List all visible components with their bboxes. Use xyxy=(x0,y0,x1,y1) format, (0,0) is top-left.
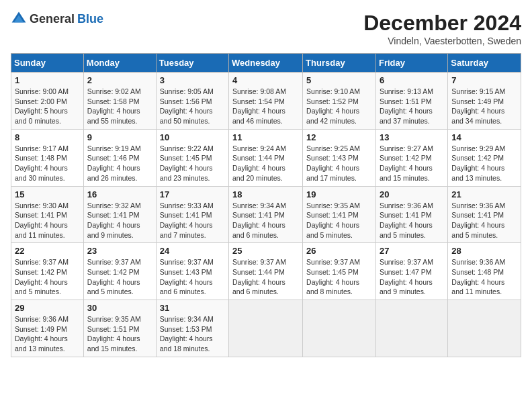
day-sunset: Sunset: 1:44 PM xyxy=(232,154,285,162)
week-row-3: 15 Sunrise: 9:30 AM Sunset: 1:41 PM Dayl… xyxy=(11,186,521,243)
day-sunrise: Sunrise: 9:29 AM xyxy=(451,144,505,152)
calendar-cell: 10 Sunrise: 9:22 AM Sunset: 1:45 PM Dayl… xyxy=(156,129,228,186)
day-number: 24 xyxy=(160,246,225,256)
day-daylight: Daylight: 4 hours and 9 minutes. xyxy=(87,221,140,239)
col-friday: Friday xyxy=(375,54,447,73)
day-number: 29 xyxy=(15,303,80,313)
day-sunset: Sunset: 1:41 PM xyxy=(451,211,504,219)
col-thursday: Thursday xyxy=(303,54,376,73)
week-row-1: 1 Sunrise: 9:00 AM Sunset: 2:00 PM Dayli… xyxy=(11,73,521,130)
calendar-cell: 18 Sunrise: 9:34 AM Sunset: 1:41 PM Dayl… xyxy=(229,186,303,243)
day-sunrise: Sunrise: 9:25 AM xyxy=(306,144,360,152)
week-row-2: 8 Sunrise: 9:17 AM Sunset: 1:48 PM Dayli… xyxy=(11,129,521,186)
day-sunset: Sunset: 1:49 PM xyxy=(15,325,67,333)
day-number: 31 xyxy=(160,303,225,313)
logo-general: General xyxy=(30,12,75,26)
logo: General Blue xyxy=(11,11,103,27)
day-daylight: Daylight: 4 hours and 34 minutes. xyxy=(451,107,504,125)
day-sunrise: Sunrise: 9:35 AM xyxy=(87,315,141,323)
logo-icon xyxy=(11,11,27,27)
calendar-cell: 7 Sunrise: 9:15 AM Sunset: 1:49 PM Dayli… xyxy=(448,73,521,130)
day-sunrise: Sunrise: 9:34 AM xyxy=(232,201,286,210)
day-sunset: Sunset: 1:47 PM xyxy=(380,268,432,276)
day-daylight: Daylight: 4 hours and 6 minutes. xyxy=(232,278,285,296)
day-sunset: Sunset: 1:48 PM xyxy=(15,154,67,162)
calendar-cell: 16 Sunrise: 9:32 AM Sunset: 1:41 PM Dayl… xyxy=(83,186,156,243)
calendar-cell: 3 Sunrise: 9:05 AM Sunset: 1:56 PM Dayli… xyxy=(156,73,228,130)
day-daylight: Daylight: 5 hours and 0 minutes. xyxy=(15,107,68,125)
day-sunset: Sunset: 1:45 PM xyxy=(160,154,212,162)
calendar-cell: 4 Sunrise: 9:08 AM Sunset: 1:54 PM Dayli… xyxy=(229,73,303,130)
day-sunset: Sunset: 1:42 PM xyxy=(15,268,67,276)
calendar-cell: 15 Sunrise: 9:30 AM Sunset: 1:41 PM Dayl… xyxy=(11,186,84,243)
day-number: 16 xyxy=(87,189,152,199)
day-daylight: Daylight: 4 hours and 37 minutes. xyxy=(380,107,433,125)
day-sunrise: Sunrise: 9:36 AM xyxy=(451,258,505,266)
day-sunrise: Sunrise: 9:36 AM xyxy=(451,201,505,210)
calendar-cell: 28 Sunrise: 9:36 AM Sunset: 1:48 PM Dayl… xyxy=(448,243,521,300)
day-number: 14 xyxy=(451,132,517,142)
day-sunrise: Sunrise: 9:37 AM xyxy=(306,258,360,266)
day-sunset: Sunset: 1:43 PM xyxy=(160,268,212,276)
calendar-cell: 24 Sunrise: 9:37 AM Sunset: 1:43 PM Dayl… xyxy=(156,243,228,300)
day-daylight: Daylight: 4 hours and 7 minutes. xyxy=(160,221,213,239)
day-number: 22 xyxy=(15,246,80,256)
day-number: 13 xyxy=(380,132,444,142)
day-sunrise: Sunrise: 9:24 AM xyxy=(232,144,286,152)
day-daylight: Daylight: 4 hours and 13 minutes. xyxy=(15,334,68,353)
day-sunrise: Sunrise: 9:37 AM xyxy=(380,258,433,266)
day-sunrise: Sunrise: 9:00 AM xyxy=(15,87,69,95)
day-daylight: Daylight: 4 hours and 5 minutes. xyxy=(306,221,359,239)
day-sunrise: Sunrise: 9:37 AM xyxy=(160,258,214,266)
day-daylight: Daylight: 4 hours and 23 minutes. xyxy=(160,164,213,182)
day-sunset: Sunset: 1:48 PM xyxy=(451,268,504,276)
day-sunset: Sunset: 1:41 PM xyxy=(160,211,212,219)
day-sunrise: Sunrise: 9:27 AM xyxy=(380,144,433,152)
day-sunrise: Sunrise: 9:10 AM xyxy=(306,87,360,95)
day-sunrise: Sunrise: 9:35 AM xyxy=(306,201,360,210)
day-sunset: Sunset: 1:44 PM xyxy=(232,268,285,276)
calendar-cell: 22 Sunrise: 9:37 AM Sunset: 1:42 PM Dayl… xyxy=(11,243,84,300)
day-sunrise: Sunrise: 9:05 AM xyxy=(160,87,214,95)
calendar-cell xyxy=(448,300,521,357)
title-block: December 2024 Vindeln, Vaesterbotten, Sw… xyxy=(363,11,521,46)
col-saturday: Saturday xyxy=(448,54,521,73)
day-number: 10 xyxy=(160,132,225,142)
col-sunday: Sunday xyxy=(11,54,84,73)
day-daylight: Daylight: 4 hours and 6 minutes. xyxy=(232,221,285,239)
calendar-cell: 31 Sunrise: 9:34 AM Sunset: 1:53 PM Dayl… xyxy=(156,300,228,357)
day-number: 21 xyxy=(451,189,517,199)
day-sunrise: Sunrise: 9:17 AM xyxy=(15,144,69,152)
day-sunrise: Sunrise: 9:19 AM xyxy=(87,144,141,152)
day-sunrise: Sunrise: 9:22 AM xyxy=(160,144,214,152)
day-daylight: Daylight: 4 hours and 9 minutes. xyxy=(380,278,433,296)
calendar-cell: 17 Sunrise: 9:33 AM Sunset: 1:41 PM Dayl… xyxy=(156,186,228,243)
day-sunrise: Sunrise: 9:15 AM xyxy=(451,87,505,95)
day-sunrise: Sunrise: 9:32 AM xyxy=(87,201,141,210)
day-sunrise: Sunrise: 9:37 AM xyxy=(232,258,286,266)
day-number: 25 xyxy=(232,246,299,256)
calendar-table: Sunday Monday Tuesday Wednesday Thursday… xyxy=(11,53,521,357)
day-sunset: Sunset: 1:45 PM xyxy=(306,268,359,276)
day-sunrise: Sunrise: 9:02 AM xyxy=(87,87,141,95)
day-sunrise: Sunrise: 9:30 AM xyxy=(15,201,69,210)
calendar-cell: 19 Sunrise: 9:35 AM Sunset: 1:41 PM Dayl… xyxy=(303,186,376,243)
day-sunrise: Sunrise: 9:37 AM xyxy=(15,258,69,266)
day-sunrise: Sunrise: 9:33 AM xyxy=(160,201,214,210)
calendar-cell xyxy=(375,300,447,357)
days-of-week-row: Sunday Monday Tuesday Wednesday Thursday… xyxy=(11,54,521,73)
day-number: 26 xyxy=(306,246,372,256)
day-daylight: Daylight: 4 hours and 5 minutes. xyxy=(15,278,68,296)
day-sunset: Sunset: 1:42 PM xyxy=(451,154,504,162)
page-header: General Blue December 2024 Vindeln, Vaes… xyxy=(11,11,521,46)
day-number: 8 xyxy=(15,132,80,142)
calendar-cell: 5 Sunrise: 9:10 AM Sunset: 1:52 PM Dayli… xyxy=(303,73,376,130)
day-daylight: Daylight: 4 hours and 5 minutes. xyxy=(451,221,504,239)
calendar-cell: 1 Sunrise: 9:00 AM Sunset: 2:00 PM Dayli… xyxy=(11,73,84,130)
day-sunset: Sunset: 1:56 PM xyxy=(160,97,212,105)
day-daylight: Daylight: 4 hours and 13 minutes. xyxy=(451,164,504,182)
day-daylight: Daylight: 4 hours and 5 minutes. xyxy=(380,221,433,239)
day-number: 23 xyxy=(87,246,152,256)
day-number: 6 xyxy=(380,75,444,85)
day-sunset: Sunset: 1:42 PM xyxy=(380,154,432,162)
